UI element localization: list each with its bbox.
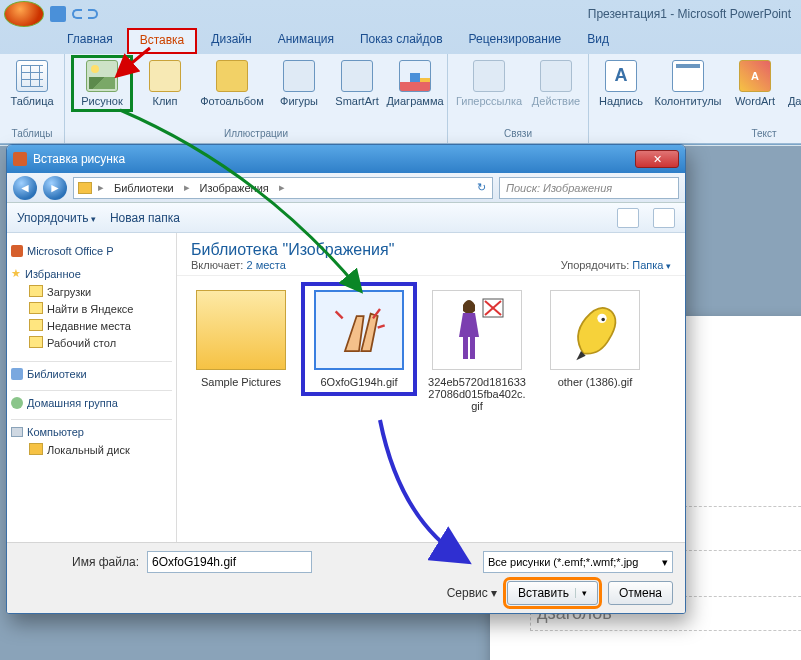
ribbon-chart-button[interactable]: Диаграмма — [389, 60, 441, 107]
items-grid[interactable]: Sample Pictures6OxfoG194h.gif324eb5720d1… — [177, 276, 685, 542]
includes-link[interactable]: 2 места — [246, 259, 285, 271]
tools-menu[interactable]: Сервис ▾ — [447, 586, 497, 600]
crumb-images[interactable]: Изображения — [196, 182, 273, 194]
link-icon — [473, 60, 505, 92]
file-item[interactable]: other (1386).gif — [545, 290, 645, 388]
filename-input[interactable] — [147, 551, 312, 573]
ribbon-body: ТаблицаТаблицыРисунокКлипФотоальбомФигур… — [0, 54, 801, 144]
powerpoint-icon — [11, 245, 23, 257]
ribbon-smart-button[interactable]: SmartArt — [331, 60, 383, 107]
filename-label: Имя файла: — [19, 555, 139, 569]
address-bar-row: ◄ ► ▸ Библиотеки ▸ Изображения ▸ ↻ Поиск… — [7, 173, 685, 203]
office-button[interactable] — [4, 1, 44, 27]
svg-line-0 — [336, 311, 343, 318]
quick-access-toolbar — [50, 6, 98, 22]
cancel-button[interactable]: Отмена — [608, 581, 673, 605]
new-folder-button[interactable]: Новая папка — [110, 211, 180, 225]
file-item[interactable]: 324eb5720d18163327086d015fba402c.gif — [427, 290, 527, 412]
undo-icon[interactable] — [72, 9, 82, 19]
save-icon[interactable] — [50, 6, 66, 22]
arrange-by-menu[interactable]: Папка — [632, 259, 671, 271]
ribbon-text-button[interactable]: AНадпись — [595, 60, 647, 107]
nav-item[interactable]: Загрузки — [11, 283, 172, 300]
wa-icon: A — [739, 60, 771, 92]
chart-icon — [399, 60, 431, 92]
ribbon-pic-button[interactable]: Рисунок — [76, 60, 128, 107]
insert-button[interactable]: Вставить — [507, 581, 598, 605]
svg-point-10 — [601, 318, 605, 322]
libraries-icon — [11, 368, 23, 380]
ribbon-group: ГиперссылкаДействиеСвязи — [448, 54, 589, 143]
redo-icon[interactable] — [88, 9, 98, 19]
nav-libraries[interactable]: Библиотеки — [11, 368, 172, 380]
ribbon-tabs: ГлавнаяВставкаДизайнАнимацияПоказ слайдо… — [0, 28, 801, 54]
smart-icon — [341, 60, 373, 92]
nav-homegroup[interactable]: Домашняя группа — [11, 397, 172, 409]
ribbon-table-button[interactable]: Таблица — [6, 60, 58, 107]
ribbon-shapes-button[interactable]: Фигуры — [273, 60, 325, 107]
ribbon-wa-button[interactable]: AWordArt — [729, 60, 781, 107]
dialog-title: Вставка рисунка — [33, 152, 125, 166]
nav-favorites[interactable]: ★ Избранное — [11, 267, 172, 280]
refresh-icon[interactable]: ↻ — [471, 181, 492, 194]
folder-icon — [196, 290, 286, 370]
view-options-button[interactable] — [617, 208, 639, 228]
dialog-title-bar[interactable]: Вставка рисунка ✕ — [7, 145, 685, 173]
tab-главная[interactable]: Главная — [55, 28, 125, 54]
nav-item[interactable]: Локальный диск — [11, 441, 172, 458]
nav-item[interactable]: Рабочий стол — [11, 334, 172, 351]
folder-icon — [78, 182, 92, 194]
ribbon-group: AНадписьКолонтитулыAWordArtДата и время#… — [589, 54, 801, 143]
nav-computer[interactable]: Компьютер — [11, 426, 172, 438]
tab-вид[interactable]: Вид — [575, 28, 621, 54]
star-icon: ★ — [11, 267, 21, 280]
organize-menu[interactable]: Упорядочить — [17, 211, 96, 225]
nav-back-button[interactable]: ◄ — [13, 176, 37, 200]
file-item[interactable]: Sample Pictures — [191, 290, 291, 388]
file-list-area: Библиотека "Изображения" Включает: 2 мес… — [177, 233, 685, 542]
ribbon: Презентация1 - Microsoft PowerPoint Глав… — [0, 0, 801, 145]
pic-icon — [86, 60, 118, 92]
breadcrumb[interactable]: ▸ Библиотеки ▸ Изображения ▸ ↻ — [73, 177, 493, 199]
file-type-filter[interactable]: Все рисунки (*.emf;*.wmf;*.jpg▾ — [483, 551, 673, 573]
crumb-libraries[interactable]: Библиотеки — [110, 182, 178, 194]
tab-вставка[interactable]: Вставка — [127, 28, 198, 54]
nav-office[interactable]: Microsoft Office P — [11, 245, 172, 257]
ribbon-group: ТаблицаТаблицы — [0, 54, 65, 143]
svg-rect-8 — [470, 337, 475, 359]
ribbon-link-button: Действие — [530, 60, 582, 107]
tab-показ слайдов[interactable]: Показ слайдов — [348, 28, 455, 54]
ribbon-hdr-button[interactable]: Колонтитулы — [653, 60, 723, 107]
album-icon — [216, 60, 248, 92]
tab-дизайн[interactable]: Дизайн — [199, 28, 263, 54]
tab-рецензирование[interactable]: Рецензирование — [457, 28, 574, 54]
computer-icon — [11, 427, 23, 437]
image-icon — [432, 290, 522, 370]
ribbon-album-button[interactable]: Фотоальбом — [197, 60, 267, 107]
powerpoint-icon — [13, 152, 27, 166]
dialog-toolbar: Упорядочить Новая папка — [7, 203, 685, 233]
ribbon-link-button: Гиперссылка — [454, 60, 524, 107]
nav-item[interactable]: Найти в Яндексе — [11, 300, 172, 317]
homegroup-icon — [11, 397, 23, 409]
text-icon: A — [605, 60, 637, 92]
hdr-icon — [672, 60, 704, 92]
insert-picture-dialog: Вставка рисунка ✕ ◄ ► ▸ Библиотеки ▸ Изо… — [6, 144, 686, 614]
ribbon-group: РисунокКлипФотоальбомФигурыSmartArtДиагр… — [65, 54, 448, 143]
search-input[interactable]: Поиск: Изображения — [499, 177, 679, 199]
tab-анимация[interactable]: Анимация — [266, 28, 346, 54]
ribbon-clip-button[interactable]: Клип — [139, 60, 191, 107]
window-title: Презентация1 - Microsoft PowerPoint — [98, 7, 801, 21]
title-bar: Презентация1 - Microsoft PowerPoint — [0, 0, 801, 28]
clip-icon — [149, 60, 181, 92]
help-button[interactable] — [653, 208, 675, 228]
close-button[interactable]: ✕ — [635, 150, 679, 168]
library-title: Библиотека "Изображения" — [191, 241, 394, 259]
nav-item[interactable]: Недавние места — [11, 317, 172, 334]
table-icon — [16, 60, 48, 92]
image-icon — [314, 290, 404, 370]
nav-pane: Microsoft Office P ★ Избранное ЗагрузкиН… — [7, 233, 177, 542]
file-item[interactable]: 6OxfoG194h.gif — [309, 290, 409, 388]
ribbon-date-button[interactable]: Дата и время — [787, 60, 801, 107]
nav-forward-button[interactable]: ► — [43, 176, 67, 200]
